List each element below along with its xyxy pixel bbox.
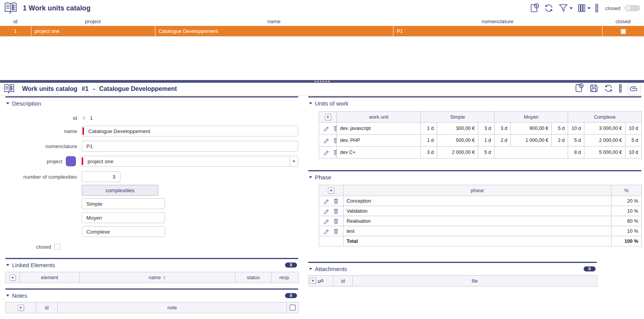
- delete-trash-icon[interactable]: [333, 125, 337, 131]
- simple-d-min[interactable]: 3 d: [421, 147, 437, 159]
- delete-trash-icon[interactable]: [333, 218, 339, 224]
- work-unit-name[interactable]: dev C+: [337, 147, 421, 159]
- link-chain-icon[interactable]: [317, 278, 324, 285]
- delete-trash-icon[interactable]: [333, 137, 337, 143]
- menu-kebab-icon[interactable]: [618, 84, 622, 95]
- delete-trash-icon[interactable]: [333, 149, 337, 155]
- work-unit-name[interactable]: dev. PHP: [337, 135, 421, 147]
- complexity-3-field[interactable]: Complexe: [82, 226, 165, 237]
- project-color-swatch[interactable]: [66, 156, 76, 166]
- section-header-attachments[interactable]: Attachments 0: [309, 264, 597, 273]
- simple-price[interactable]: 500,00 €: [437, 135, 478, 147]
- column-header-nomenclature[interactable]: nomenclature: [393, 17, 602, 26]
- edit-pencil-icon[interactable]: [323, 218, 330, 224]
- phase-percent[interactable]: 10 %: [611, 206, 642, 216]
- refresh-icon[interactable]: [544, 3, 554, 13]
- edit-pencil-icon[interactable]: [323, 208, 330, 214]
- column-header-name[interactable]: name⇅: [80, 272, 235, 283]
- column-header-project[interactable]: project: [31, 17, 155, 26]
- column-group-complexe[interactable]: Complexe: [568, 112, 642, 123]
- column-header-status[interactable]: status: [235, 272, 271, 283]
- complexity-2-field[interactable]: Moyen: [82, 212, 165, 223]
- section-header-linked-elements[interactable]: Linked Elements 0: [6, 261, 298, 269]
- simple-d-min[interactable]: 1 d: [421, 135, 437, 147]
- add-note-button[interactable]: +: [18, 305, 24, 311]
- complexe-d-min[interactable]: 8 d: [568, 147, 584, 159]
- sort-icon[interactable]: ⇅: [163, 275, 166, 280]
- complexe-d-min[interactable]: 5 d: [568, 135, 584, 147]
- menu-kebab-icon[interactable]: [595, 3, 599, 13]
- closed-checkbox[interactable]: [621, 29, 626, 34]
- cell-id[interactable]: 1: [0, 26, 31, 36]
- column-header-phase[interactable]: phase: [343, 185, 611, 196]
- moyen-d-max[interactable]: 5 d: [552, 123, 568, 135]
- project-select-field[interactable]: project one: [81, 156, 298, 167]
- phase-name[interactable]: test: [343, 226, 611, 236]
- phase-percent[interactable]: 10 %: [611, 226, 642, 236]
- column-header-file[interactable]: file: [353, 276, 597, 287]
- table-row-selected[interactable]: 1 project one Catalogue Developpement P1: [0, 26, 644, 36]
- edit-pencil-icon[interactable]: [323, 198, 330, 204]
- column-header-resp[interactable]: resp.: [271, 272, 299, 283]
- name-field[interactable]: Catalogue Developpement: [82, 126, 298, 136]
- refresh-icon[interactable]: [604, 84, 613, 95]
- add-work-unit-button[interactable]: +: [325, 114, 331, 120]
- delete-trash-icon[interactable]: [333, 198, 339, 204]
- moyen-d-min[interactable]: 2 d: [495, 135, 511, 147]
- phase-name[interactable]: Validation: [343, 206, 611, 216]
- panel-splitter-handle[interactable]: [0, 80, 644, 83]
- edit-pencil-icon[interactable]: [323, 137, 330, 143]
- nomenclature-field[interactable]: P1: [82, 141, 298, 152]
- simple-price[interactable]: 300,00 €: [437, 123, 478, 135]
- complexe-d-max[interactable]: 10 d: [625, 147, 642, 159]
- closed-checkbox[interactable]: [54, 244, 60, 250]
- complexe-d-max[interactable]: 5 d: [625, 135, 642, 147]
- column-header-id[interactable]: id: [333, 276, 353, 287]
- cell-name[interactable]: Catalogue Developpement: [155, 26, 393, 36]
- simple-d-min[interactable]: 1 d: [421, 123, 437, 135]
- complexe-price[interactable]: 5 000,00 €: [584, 147, 625, 159]
- column-header-element[interactable]: element: [20, 272, 80, 283]
- column-group-moyen[interactable]: Moyen: [495, 112, 568, 123]
- add-phase-button[interactable]: +: [328, 188, 334, 194]
- delete-trash-icon[interactable]: [333, 228, 339, 234]
- complexe-price[interactable]: 2 000,00 €: [584, 135, 625, 147]
- column-group-simple[interactable]: Simple: [421, 112, 495, 123]
- column-header-closed[interactable]: closed: [602, 17, 644, 26]
- column-header-work-unit[interactable]: work unit: [337, 112, 421, 123]
- complexity-1-field[interactable]: Simple: [82, 198, 165, 209]
- add-record-icon[interactable]: [529, 3, 539, 14]
- phase-percent[interactable]: 60 %: [611, 216, 642, 226]
- section-header-phase[interactable]: Phase: [309, 173, 641, 181]
- add-attachment-button[interactable]: +: [310, 278, 316, 284]
- section-header-notes[interactable]: Notes 0: [6, 291, 298, 300]
- moyen-price[interactable]: 900,00 €: [511, 123, 552, 135]
- column-header-id[interactable]: id: [36, 302, 58, 313]
- edit-pencil-icon[interactable]: [323, 125, 330, 131]
- complexities-header-button[interactable]: complexities: [82, 185, 158, 196]
- closed-filter-toggle[interactable]: [625, 5, 640, 11]
- moyen-d-max[interactable]: 2 d: [552, 135, 568, 147]
- attachment-dropzone[interactable]: [627, 83, 641, 95]
- complexe-d-max[interactable]: 10 d: [625, 123, 642, 135]
- add-linked-element-button[interactable]: +: [10, 275, 16, 281]
- complexity-count-field[interactable]: 3: [82, 171, 120, 182]
- phase-name[interactable]: Conception: [343, 196, 611, 206]
- work-unit-name[interactable]: dev. javascript: [337, 123, 421, 135]
- phase-percent[interactable]: 20 %: [611, 196, 642, 206]
- notes-header-checkbox[interactable]: [290, 305, 295, 310]
- edit-pencil-icon[interactable]: [323, 228, 330, 234]
- edit-pencil-icon[interactable]: [323, 149, 330, 155]
- simple-d-max[interactable]: 5 d: [478, 147, 495, 159]
- project-dropdown-button[interactable]: [290, 156, 298, 167]
- moyen-d-min[interactable]: 3 d: [495, 123, 511, 135]
- simple-d-max[interactable]: 1 d: [478, 135, 495, 147]
- section-header-units-of-work[interactable]: Units of work: [309, 99, 641, 107]
- columns-icon[interactable]: [577, 3, 591, 13]
- delete-trash-icon[interactable]: [333, 208, 339, 214]
- column-header-note[interactable]: note: [58, 302, 287, 313]
- column-header-name[interactable]: name: [155, 17, 393, 26]
- add-record-icon[interactable]: [574, 83, 584, 95]
- complexe-d-min[interactable]: 10 d: [568, 123, 584, 135]
- simple-price[interactable]: 2 000,00 €: [437, 147, 478, 159]
